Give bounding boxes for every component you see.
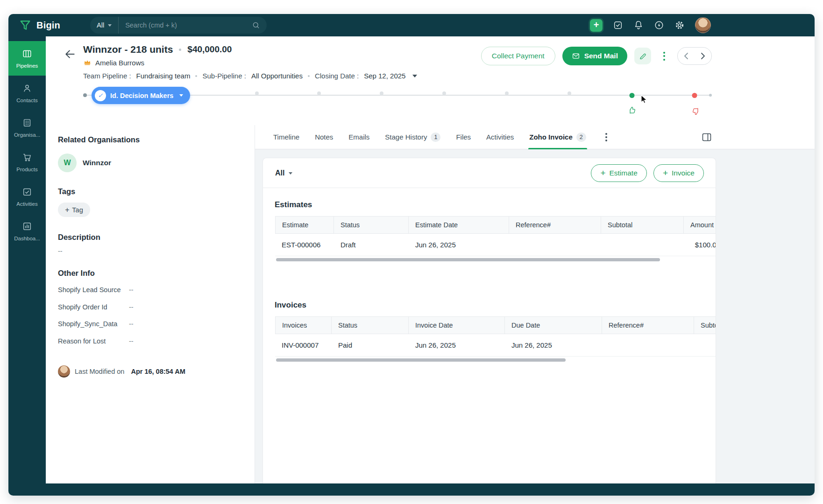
tab-activities[interactable]: Activities — [486, 125, 514, 149]
products-cart-icon — [22, 152, 32, 163]
search-scope-dropdown[interactable]: All — [90, 17, 119, 34]
sidebar-item-label: Contacts — [16, 98, 37, 103]
sidebar-item-contacts[interactable]: Contacts — [8, 76, 46, 110]
stage-start-dot — [83, 93, 87, 97]
column-header: Status — [332, 316, 409, 334]
field-value: -- — [129, 303, 134, 312]
horizontal-scrollbar[interactable] — [276, 258, 660, 261]
stage-node[interactable] — [255, 91, 259, 95]
next-record-button[interactable] — [695, 48, 711, 64]
sidebar-item-organisations[interactable]: Organisa... — [8, 110, 46, 145]
new-invoice-button[interactable]: Invoice — [653, 164, 704, 182]
table-cell: Paid — [332, 334, 409, 357]
quick-add-button[interactable] — [590, 19, 603, 32]
meta-value[interactable]: Sep 12, 2025 — [364, 72, 405, 80]
table-row[interactable]: INV-000007PaidJun 26, 2025Jun 26, 2025 — [275, 334, 716, 357]
stage-won-dot[interactable] — [630, 93, 635, 98]
back-arrow-button[interactable] — [63, 47, 78, 62]
tab-files[interactable]: Files — [456, 125, 471, 149]
field-row: Shopify_Sync_Data -- — [58, 320, 242, 329]
deal-actions: Collect Payment Send Mail — [481, 47, 712, 65]
table-cell — [602, 334, 694, 357]
stage-lost-dot[interactable] — [692, 93, 697, 98]
sidebar: Pipelines Contacts Organisa... Products … — [8, 36, 46, 496]
column-header: Status — [334, 216, 409, 234]
previous-record-button[interactable] — [678, 48, 695, 64]
horizontal-scrollbar[interactable] — [276, 358, 566, 362]
invoices-section-title: Invoices — [275, 301, 705, 310]
organisation-avatar: W — [58, 154, 77, 172]
collect-payment-button[interactable]: Collect Payment — [481, 47, 555, 65]
table-cell: Jun 26, 2025 — [409, 234, 509, 256]
settings-gear-icon[interactable] — [674, 20, 685, 30]
column-header: Amount — [684, 216, 716, 234]
tasks-icon[interactable] — [613, 20, 623, 30]
table-row[interactable]: EST-000006DraftJun 26, 2025$100.00 — [275, 234, 716, 256]
search-scope-value: All — [97, 21, 104, 29]
stage-node[interactable] — [442, 91, 446, 95]
search-input[interactable]: Search (cmd + k) — [125, 21, 252, 29]
chevron-down-icon[interactable] — [412, 75, 417, 77]
deal-owner[interactable]: Amelia Burrows — [95, 59, 144, 67]
description-title: Description — [58, 233, 242, 242]
meta-value[interactable]: All Opportunities — [251, 72, 303, 80]
search-icon — [252, 21, 260, 29]
organisation-name[interactable]: Winnzor — [83, 159, 111, 167]
sidebar-item-activities[interactable]: Activities — [8, 179, 46, 214]
sidebar-item-products[interactable]: Products — [8, 145, 46, 179]
stage-end-dot — [709, 94, 712, 97]
stage-node[interactable] — [380, 91, 383, 95]
boost-bolt-icon[interactable] — [654, 20, 664, 30]
edit-pencil-button[interactable] — [634, 48, 651, 64]
tags-title: Tags — [58, 187, 242, 196]
plus-icon — [65, 206, 69, 214]
table-cell — [694, 334, 716, 357]
tab-content-area: All Estimate — [255, 149, 815, 483]
field-row: Shopify Lead Source -- — [58, 286, 242, 295]
table-cell: $100.00 — [684, 234, 716, 256]
dot-separator — [308, 75, 310, 77]
sidebar-item-label: Products — [16, 167, 37, 172]
sidebar-item-dashboards[interactable]: Dashboa... — [8, 214, 46, 248]
record-filter-dropdown[interactable]: All — [275, 169, 292, 177]
tab-count-badge: 2 — [576, 133, 586, 142]
board-view-icon[interactable] — [699, 130, 715, 145]
thumbs-down-icon[interactable] — [692, 107, 701, 116]
field-value: -- — [129, 337, 134, 346]
meta-label: Closing Date — [315, 72, 359, 80]
table-cell: Jun 26, 2025 — [409, 334, 505, 357]
brand[interactable]: Bigin — [19, 19, 60, 32]
more-options-button[interactable] — [658, 48, 670, 64]
column-header: Due Date — [505, 316, 602, 334]
table-cell — [509, 234, 601, 256]
tab-notes[interactable]: Notes — [315, 125, 333, 149]
notifications-bell-icon[interactable] — [633, 20, 644, 30]
related-organisation-item[interactable]: W Winnzor — [58, 154, 242, 172]
field-label: Shopify Lead Source — [58, 286, 129, 295]
chevron-down-icon — [108, 24, 112, 27]
field-value: -- — [129, 320, 134, 329]
thumbs-up-icon[interactable] — [628, 106, 637, 115]
user-avatar[interactable] — [695, 17, 711, 33]
global-search[interactable]: All Search (cmd + k) — [90, 17, 267, 34]
current-stage-pill[interactable]: Id. Decision Makers — [92, 87, 190, 104]
tab-overflow-button[interactable] — [602, 125, 611, 149]
tab-zoho-invoice[interactable]: Zoho Invoice 2 — [529, 125, 586, 149]
stage-node[interactable] — [505, 91, 509, 95]
column-header: Estimate Date — [409, 216, 509, 234]
tab-count-badge: 1 — [431, 133, 440, 142]
meta-value[interactable]: Fundraising team — [136, 72, 191, 80]
stage-node[interactable] — [568, 91, 571, 95]
tab-timeline[interactable]: Timeline — [273, 125, 299, 149]
column-header: Invoices — [275, 316, 332, 334]
sidebar-item-pipelines[interactable]: Pipelines — [8, 41, 46, 76]
tab-stage-history[interactable]: Stage History 1 — [385, 125, 440, 149]
send-mail-button[interactable]: Send Mail — [562, 47, 627, 65]
stage-node[interactable] — [317, 91, 321, 95]
tab-emails[interactable]: Emails — [348, 125, 369, 149]
new-estimate-button[interactable]: Estimate — [591, 164, 646, 182]
modifier-avatar — [58, 365, 70, 378]
add-tag-button[interactable]: Tag — [58, 203, 90, 217]
estimates-section-title: Estimates — [275, 200, 705, 210]
app-window: Bigin All Search (cmd + k) — [8, 14, 815, 496]
